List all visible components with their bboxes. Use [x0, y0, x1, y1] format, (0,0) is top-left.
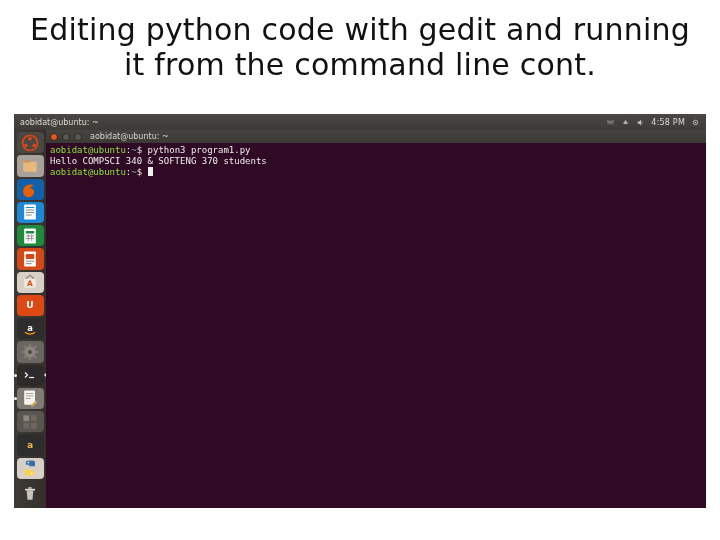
network-icon[interactable]: [621, 118, 630, 127]
launcher-gedit[interactable]: [17, 388, 44, 409]
launcher-settings[interactable]: [17, 341, 44, 362]
volume-icon[interactable]: [636, 118, 645, 127]
svg-point-40: [31, 473, 33, 475]
svg-text:a: a: [27, 439, 33, 450]
svg-rect-30: [26, 393, 33, 394]
launcher-software-center[interactable]: A: [17, 272, 44, 293]
ubuntu-screenshot: aobidat@ubuntu: ~ 4:58 PM aobidat@ubuntu…: [14, 114, 706, 508]
slide-title: Editing python code with gedit and runni…: [0, 0, 720, 83]
svg-text:a: a: [27, 322, 33, 332]
svg-rect-10: [26, 207, 34, 208]
svg-text:A: A: [27, 279, 33, 288]
svg-point-4: [24, 143, 28, 147]
svg-rect-28: [23, 368, 38, 381]
svg-point-3: [28, 137, 32, 141]
svg-rect-12: [26, 212, 34, 213]
svg-point-1: [695, 121, 697, 123]
svg-rect-34: [31, 415, 37, 421]
terminal[interactable]: aobidat@ubuntu:~$ python3 program1.pyHel…: [46, 143, 706, 508]
svg-rect-19: [26, 263, 32, 264]
svg-rect-6: [23, 162, 36, 172]
svg-point-5: [32, 143, 36, 147]
svg-rect-41: [28, 488, 31, 490]
mail-icon[interactable]: [606, 118, 615, 127]
menubar-window-title: aobidat@ubuntu: ~: [14, 118, 606, 127]
menubar-indicators: 4:58 PM: [606, 118, 706, 127]
launcher-libre-impress[interactable]: [17, 248, 44, 269]
svg-point-39: [28, 462, 30, 464]
svg-rect-15: [26, 231, 34, 234]
launcher-firefox[interactable]: [17, 179, 44, 200]
unity-launcher: AUaa: [14, 130, 46, 508]
svg-text:U: U: [26, 300, 33, 311]
launcher-libre-writer[interactable]: [17, 202, 44, 223]
launcher-nautilus[interactable]: [17, 155, 44, 176]
launcher-trash[interactable]: [17, 483, 44, 504]
launcher-ubuntu-one[interactable]: U: [17, 295, 44, 316]
launcher-python[interactable]: [17, 458, 44, 479]
terminal-cursor: [148, 167, 153, 176]
svg-rect-32: [26, 398, 31, 399]
svg-rect-36: [31, 422, 37, 428]
svg-rect-13: [26, 215, 32, 216]
svg-point-27: [28, 350, 32, 354]
window-close-button[interactable]: [50, 133, 58, 141]
svg-rect-33: [23, 415, 29, 421]
svg-rect-29: [24, 391, 35, 405]
svg-rect-35: [23, 422, 29, 428]
session-icon[interactable]: [691, 118, 700, 127]
launcher-workspace[interactable]: [17, 411, 44, 432]
terminal-line: aobidat@ubuntu:~$: [50, 167, 702, 178]
svg-rect-11: [26, 210, 34, 211]
launcher-terminal[interactable]: [17, 365, 44, 386]
svg-rect-18: [26, 261, 34, 262]
terminal-line: Hello COMPSCI 340 & SOFTENG 370 students: [50, 156, 702, 167]
launcher-libre-calc[interactable]: [17, 225, 44, 246]
terminal-titlebar-label: aobidat@ubuntu: ~: [82, 132, 169, 141]
svg-rect-31: [26, 396, 33, 397]
svg-rect-7: [23, 160, 30, 163]
window-maximize-button[interactable]: [74, 133, 82, 141]
launcher-amazon[interactable]: a: [17, 318, 44, 339]
terminal-line: aobidat@ubuntu:~$ python3 program1.py: [50, 145, 702, 156]
gnome-menubar: aobidat@ubuntu: ~ 4:58 PM: [14, 114, 706, 130]
window-minimize-button[interactable]: [62, 133, 70, 141]
svg-rect-17: [26, 254, 34, 259]
launcher-item-a[interactable]: a: [17, 434, 44, 455]
terminal-titlebar: aobidat@ubuntu: ~: [46, 130, 706, 143]
clock-label[interactable]: 4:58 PM: [651, 118, 685, 127]
launcher-dash[interactable]: [17, 132, 44, 153]
